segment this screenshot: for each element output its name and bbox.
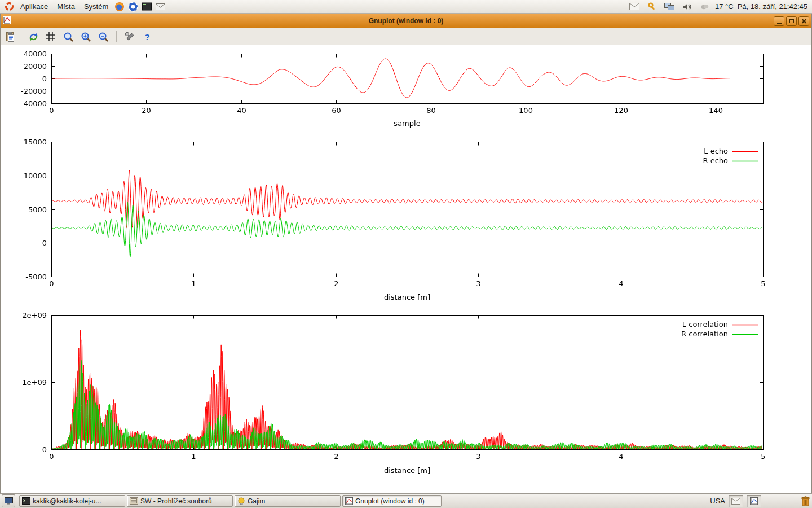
gajim-icon bbox=[237, 497, 245, 505]
close-icon bbox=[801, 19, 806, 24]
mail-compose-launcher-icon[interactable] bbox=[155, 1, 166, 12]
help-button[interactable]: ? bbox=[141, 30, 153, 43]
maximize-icon bbox=[789, 19, 794, 23]
taskbar-button-terminal[interactable]: kaklik@kaklik-kolej-u... bbox=[19, 495, 125, 507]
volume-icon[interactable] bbox=[681, 1, 692, 12]
gnuplot-window: Gnuplot (window id : 0) ? bbox=[0, 14, 812, 493]
help-launcher-icon[interactable] bbox=[127, 1, 139, 12]
plot-area bbox=[1, 45, 811, 493]
taskbar-button-label: kaklik@kaklik-kolej-u... bbox=[33, 497, 102, 505]
autoscale-button[interactable] bbox=[97, 30, 109, 43]
clock-label[interactable]: Pá, 18. září, 21:42:45 bbox=[738, 2, 807, 11]
keyboard-layout-indicator[interactable]: USA bbox=[710, 497, 725, 505]
taskbar: kaklik@kaklik-kolej-u... SW - Prohlížeč … bbox=[0, 493, 812, 508]
key-icon[interactable] bbox=[646, 1, 657, 12]
menu-places[interactable]: Místa bbox=[52, 1, 80, 12]
taskbar-button-gajim[interactable]: Gajim bbox=[235, 495, 341, 507]
taskbar-button-label: Gnuplot (window id : 0) bbox=[355, 497, 425, 505]
configure-button[interactable] bbox=[123, 30, 136, 43]
window-title: Gnuplot (window id : 0) bbox=[1, 17, 811, 25]
mail-notification-icon[interactable] bbox=[629, 1, 640, 12]
toolbar-separator bbox=[116, 31, 117, 42]
taskbar-button-label: SW - Prohlížeč souborů bbox=[140, 497, 212, 505]
mail-tray-icon[interactable] bbox=[729, 495, 743, 507]
taskbar-button-label: Gajim bbox=[248, 497, 265, 505]
maximize-button[interactable] bbox=[786, 16, 797, 26]
zoom-previous-button[interactable] bbox=[62, 30, 74, 43]
minimize-icon bbox=[777, 23, 782, 24]
gnuplot-icon bbox=[345, 497, 353, 505]
help-icon: ? bbox=[144, 32, 149, 42]
menu-applications[interactable]: Aplikace bbox=[16, 1, 52, 12]
replot-button[interactable] bbox=[27, 30, 39, 43]
show-desktop-button[interactable] bbox=[2, 494, 15, 507]
top-panel: Aplikace Místa Systém 17 °C Pá, 18. září… bbox=[0, 0, 812, 14]
plot-canvas[interactable] bbox=[1, 45, 811, 493]
copy-to-clipboard-button[interactable] bbox=[4, 30, 16, 43]
zoom-next-button[interactable] bbox=[80, 30, 92, 43]
tray-app-icon[interactable] bbox=[747, 495, 761, 507]
trash-icon[interactable] bbox=[801, 496, 810, 506]
terminal-launcher-icon[interactable] bbox=[141, 1, 152, 12]
toggle-grid-button[interactable] bbox=[45, 30, 57, 43]
weather-icon[interactable] bbox=[699, 1, 710, 12]
close-button[interactable] bbox=[798, 16, 809, 26]
taskbar-button-file-browser[interactable]: SW - Prohlížeč souborů bbox=[127, 495, 233, 507]
titlebar[interactable]: Gnuplot (window id : 0) bbox=[1, 14, 811, 28]
toolbar: ? bbox=[1, 28, 811, 46]
display-icon[interactable] bbox=[664, 1, 675, 12]
firefox-launcher-icon[interactable] bbox=[114, 1, 125, 12]
file-manager-icon bbox=[130, 497, 138, 505]
terminal-icon bbox=[22, 497, 30, 505]
menu-system[interactable]: Systém bbox=[80, 1, 113, 12]
gnuplot-window-icon bbox=[3, 16, 11, 27]
distributor-logo-icon[interactable] bbox=[3, 1, 15, 12]
taskbar-button-gnuplot[interactable]: Gnuplot (window id : 0) bbox=[342, 495, 442, 507]
temperature-label[interactable]: 17 °C bbox=[715, 2, 734, 11]
minimize-button[interactable] bbox=[774, 16, 784, 26]
